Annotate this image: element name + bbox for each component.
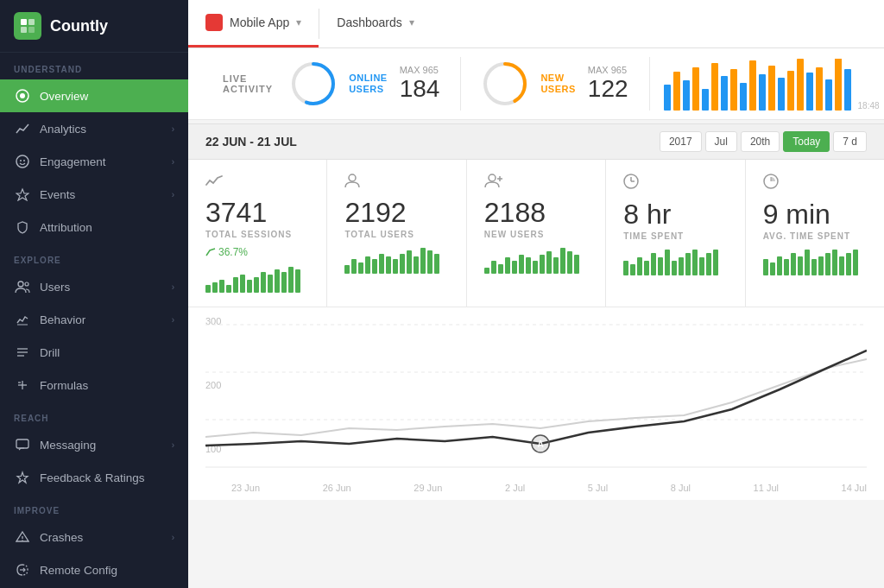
svg-marker-20 <box>17 472 28 483</box>
chevron-down-icon: ▾ <box>409 16 414 28</box>
date-btn-20th[interactable]: 20th <box>741 131 780 152</box>
total-users-value: 2192 <box>344 199 448 226</box>
logo-icon <box>14 12 41 40</box>
attribution-icon <box>14 218 31 236</box>
sessions-icon <box>205 174 309 192</box>
online-users-text: ONLINEUSERS <box>349 73 388 95</box>
sidebar-item-events[interactable]: Events › <box>0 178 188 211</box>
sidebar-item-label: Overview <box>40 90 174 103</box>
sidebar-item-label: Messaging <box>40 439 172 452</box>
crashes-icon <box>14 528 31 546</box>
avg-time-spent-label: AVG. TIME SPENT <box>763 231 867 241</box>
svg-point-5 <box>20 93 25 98</box>
svg-rect-3 <box>28 27 35 33</box>
live-new-users: NEWUSERS MAX 965 122 <box>461 57 649 111</box>
sidebar-item-label: Events <box>40 188 172 201</box>
date-btn-today[interactable]: Today <box>783 131 830 152</box>
sidebar-section-explore: EXPLORE <box>0 243 188 270</box>
date-btn-2017[interactable]: 2017 <box>660 131 702 152</box>
x-label-29jun: 29 Jun <box>414 483 442 493</box>
date-range-label: 22 JUN - 21 JUL <box>205 135 297 149</box>
live-online-users: ONLINEUSERS MAX 965 184 <box>290 57 461 111</box>
online-users-value: 184 <box>400 75 440 103</box>
chevron-right-icon: › <box>172 124 174 134</box>
users-mini-chart <box>344 248 448 274</box>
x-label-11jul: 11 Jul <box>754 483 779 493</box>
sidebar-item-label: Feedback & Ratings <box>40 471 174 484</box>
chevron-down-icon: ▾ <box>296 16 301 28</box>
total-sessions-label: TOTAL SESSIONS <box>205 230 309 239</box>
tab-mobile-app[interactable]: Mobile App ▾ <box>188 0 319 47</box>
behavior-icon <box>14 311 31 328</box>
logo: Countly <box>0 0 188 53</box>
sidebar-item-behavior[interactable]: Behavior › <box>0 303 188 336</box>
main-chart-section: 300 200 100 <box>188 307 884 500</box>
chart-x-axis: 23 Jun 26 Jun 29 Jun 2 Jul 5 Jul 8 Jul 1… <box>205 479 867 500</box>
online-users-numbers: MAX 965 184 <box>400 65 440 103</box>
sidebar-item-messaging[interactable]: Messaging › <box>0 428 188 461</box>
new-users-value: 122 <box>588 75 628 103</box>
tab-dashboards[interactable]: Dashboards ▾ <box>319 0 432 47</box>
sessions-trend-value: 36.7% <box>218 246 248 258</box>
new-users-stat-value: 2188 <box>484 199 588 226</box>
app-dot-icon <box>205 14 223 31</box>
svg-point-10 <box>18 281 23 287</box>
sidebar-item-engagement[interactable]: Engagement › <box>0 145 188 178</box>
feedback-ratings-icon <box>14 469 31 486</box>
svg-point-7 <box>20 160 22 161</box>
online-users-label: ONLINEUSERS <box>349 73 388 95</box>
x-label-5jul: 5 Jul <box>588 483 608 493</box>
app-name: Countly <box>50 17 108 35</box>
sidebar-item-users[interactable]: Users › <box>0 270 188 303</box>
chevron-right-icon: › <box>172 157 174 167</box>
stat-card-new-users: 2188 NEW USERS <box>467 160 606 307</box>
x-label-14jul: 14 Jul <box>842 483 867 493</box>
new-users-max: MAX 965 <box>588 65 628 75</box>
chart-svg-wrapper: A <box>205 316 867 479</box>
analytics-icon <box>14 120 31 137</box>
avg-time-spent-value: 9 min <box>763 200 867 228</box>
sidebar-item-overview[interactable]: Overview <box>0 79 188 112</box>
date-btn-7d[interactable]: 7 d <box>833 131 867 152</box>
users-icon <box>14 278 31 295</box>
sessions-mini-chart <box>205 267 309 293</box>
svg-text:A: A <box>537 439 543 449</box>
events-icon <box>14 186 31 203</box>
date-btn-jul[interactable]: Jul <box>705 131 737 152</box>
sidebar-item-label: Engagement <box>40 155 172 168</box>
live-chart-time-labels: 18:48 18:49 18:50 18:51 18:52 18:53 <box>851 101 884 111</box>
x-label-8jul: 8 Jul <box>671 483 691 493</box>
svg-rect-2 <box>21 27 27 33</box>
sidebar-item-feedback-ratings[interactable]: Feedback & Ratings <box>0 461 188 494</box>
sidebar-item-label: Formulas <box>40 379 174 392</box>
online-users-ring <box>290 60 337 107</box>
chart-content: 300 200 100 <box>205 316 867 479</box>
sidebar-item-formulas[interactable]: Formulas <box>0 369 188 401</box>
sidebar-item-crashes[interactable]: Crashes › <box>0 521 188 553</box>
new-users-text: NEWUSERS <box>540 73 575 95</box>
main-line-chart: A <box>205 316 867 476</box>
live-chart-container <box>650 57 851 111</box>
sidebar-item-analytics[interactable]: Analytics › <box>0 112 188 145</box>
sessions-trend: 36.7% <box>205 246 309 258</box>
x-label-2jul: 2 Jul <box>505 483 525 493</box>
date-range-controls: 2017 Jul 20th Today 7 d <box>660 131 867 152</box>
sidebar-item-label: Analytics <box>40 123 172 136</box>
new-users-stat-label: NEW USERS <box>484 230 588 239</box>
x-label-26jun: 26 Jun <box>323 483 351 493</box>
time-spent-mini-chart <box>623 250 727 275</box>
drill-icon <box>14 344 31 361</box>
sidebar-item-label: Attribution <box>40 221 174 234</box>
sidebar-item-attribution[interactable]: Attribution <box>0 211 188 243</box>
stats-row: 3741 TOTAL SESSIONS 36.7% 2192 TOTAL USE <box>188 160 884 307</box>
chevron-right-icon: › <box>172 315 174 325</box>
chevron-right-icon: › <box>172 282 174 292</box>
stat-card-total-users: 2192 TOTAL USERS <box>327 160 466 307</box>
sidebar-item-remote-config[interactable]: Remote Config <box>0 553 188 586</box>
sidebar-item-drill[interactable]: Drill <box>0 336 188 369</box>
chevron-right-icon: › <box>172 440 174 450</box>
formulas-icon <box>14 376 31 394</box>
stat-card-total-sessions: 3741 TOTAL SESSIONS 36.7% <box>188 160 327 307</box>
sidebar-item-label: Remote Config <box>40 564 174 577</box>
sidebar: Countly UNDERSTAND Overview Analytics › <box>0 0 188 588</box>
